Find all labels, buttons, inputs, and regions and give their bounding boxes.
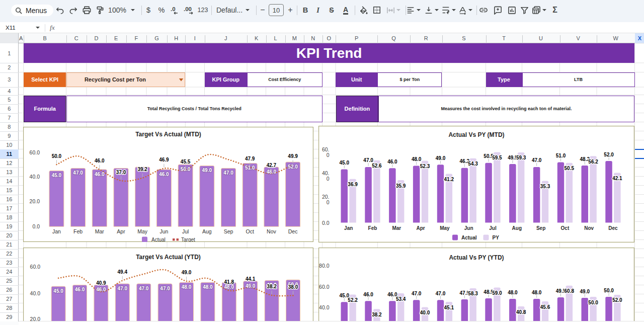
- svg-text:47.0: 47.0: [412, 291, 422, 296]
- svg-text:45.0: 45.0: [52, 173, 62, 178]
- svg-text:0: 0: [327, 176, 330, 182]
- svg-text:48.0: 48.0: [532, 290, 542, 295]
- svg-text:Actual: Actual: [151, 237, 166, 242]
- svg-text:Jan: Jan: [52, 228, 61, 234]
- svg-text:50.5: 50.5: [565, 166, 575, 171]
- svg-text:Apr: Apr: [416, 225, 425, 231]
- svg-text:Feb: Feb: [368, 225, 377, 231]
- svg-text:38.2: 38.2: [372, 312, 382, 317]
- svg-text:52.0: 52.0: [612, 297, 622, 303]
- svg-text:50.0: 50.0: [604, 288, 614, 293]
- svg-text:Actual Vs PY (YTD): Actual Vs PY (YTD): [449, 254, 504, 261]
- svg-text:49.0: 49.0: [182, 270, 192, 275]
- svg-text:46.0: 46.0: [363, 292, 373, 297]
- svg-text:Sep: Sep: [536, 225, 545, 231]
- svg-text:Jan: Jan: [344, 225, 353, 231]
- svg-text:0: 0: [327, 151, 330, 157]
- svg-text:46.0: 46.0: [159, 172, 169, 177]
- svg-text:Feb: Feb: [73, 228, 83, 234]
- svg-text:Dec: Dec: [288, 228, 298, 234]
- svg-text:59.3: 59.3: [516, 155, 526, 160]
- svg-text:52.2: 52.2: [348, 297, 358, 303]
- svg-text:40.0: 40.0: [420, 310, 430, 315]
- svg-text:Oct: Oct: [561, 225, 570, 231]
- svg-text:Jun: Jun: [464, 225, 473, 231]
- svg-text:36.9: 36.9: [348, 182, 358, 187]
- svg-text:41.8: 41.8: [224, 279, 234, 285]
- svg-text:50.0: 50.0: [588, 300, 598, 305]
- svg-text:Actual: Actual: [461, 234, 477, 240]
- svg-text:PY: PY: [493, 234, 500, 240]
- svg-text:59.5: 59.5: [492, 155, 502, 160]
- svg-text:Actual Vs PY (MTD): Actual Vs PY (MTD): [448, 131, 504, 138]
- svg-text:80.0: 80.0: [319, 263, 330, 269]
- svg-text:Apr: Apr: [117, 228, 125, 234]
- svg-text:Dec: Dec: [608, 225, 618, 231]
- svg-text:0.0: 0.0: [322, 219, 330, 225]
- svg-text:44.1: 44.1: [246, 276, 256, 282]
- svg-text:47.0: 47.0: [223, 170, 233, 176]
- svg-text:46.0: 46.0: [75, 287, 85, 292]
- svg-text:47.9: 47.9: [245, 156, 255, 161]
- svg-text:49.0: 49.0: [202, 168, 212, 173]
- svg-text:0.0: 0.0: [32, 223, 40, 229]
- svg-text:47.0: 47.0: [139, 286, 149, 291]
- svg-text:Aug: Aug: [202, 228, 212, 234]
- svg-text:47.0: 47.0: [363, 157, 373, 163]
- svg-text:60.0: 60.0: [319, 284, 330, 290]
- svg-text:60.8: 60.8: [565, 288, 575, 294]
- svg-text:59.0: 59.0: [492, 290, 502, 296]
- svg-text:Oct: Oct: [246, 228, 254, 234]
- svg-text:48.0: 48.0: [508, 290, 518, 295]
- svg-text:42.7: 42.7: [267, 162, 277, 168]
- svg-text:46.0: 46.0: [387, 158, 397, 164]
- svg-text:49.0: 49.0: [580, 289, 590, 294]
- svg-text:52.0: 52.0: [604, 151, 614, 157]
- svg-text:45.0: 45.0: [340, 160, 350, 166]
- svg-text:48.0: 48.0: [182, 284, 192, 290]
- svg-text:40.8: 40.8: [516, 309, 526, 315]
- svg-text:60.0: 60.0: [30, 264, 41, 270]
- svg-text:40.9: 40.9: [96, 280, 106, 286]
- svg-text:45.1: 45.1: [444, 305, 454, 310]
- svg-text:40.0: 40.0: [30, 290, 41, 296]
- svg-text:48.0: 48.0: [203, 284, 213, 290]
- svg-text:39.2: 39.2: [137, 167, 147, 172]
- svg-text:20.0: 20.0: [30, 198, 40, 204]
- svg-text:51.0: 51.0: [556, 153, 566, 158]
- svg-text:Jun: Jun: [159, 228, 168, 234]
- svg-text:52.6: 52.6: [372, 163, 382, 169]
- svg-text:54.3: 54.3: [468, 161, 478, 167]
- svg-text:Target Vs Actual (YTD): Target Vs Actual (YTD): [136, 254, 201, 261]
- svg-text:37.0: 37.0: [116, 170, 126, 175]
- svg-text:Target: Target: [181, 237, 195, 242]
- svg-text:46.0: 46.0: [95, 158, 105, 164]
- svg-text:47.0: 47.0: [532, 157, 542, 163]
- svg-text:46.9: 46.9: [159, 157, 169, 162]
- svg-text:Sep: Sep: [224, 228, 233, 234]
- svg-text:41.2: 41.2: [444, 177, 454, 182]
- svg-text:48.0: 48.0: [412, 156, 422, 162]
- svg-text:35.3: 35.3: [540, 184, 550, 189]
- svg-text:53.4: 53.4: [396, 296, 406, 302]
- svg-text:Target Vs Actual (MTD): Target Vs Actual (MTD): [135, 131, 201, 138]
- svg-text:47.0: 47.0: [118, 286, 128, 291]
- svg-text:60.0: 60.0: [30, 149, 40, 155]
- svg-text:47.0: 47.0: [73, 170, 83, 176]
- svg-text:35.9: 35.9: [396, 183, 406, 188]
- svg-text:42.1: 42.1: [612, 176, 622, 181]
- svg-text:Mar: Mar: [95, 228, 105, 234]
- svg-text:52.3: 52.3: [420, 163, 430, 169]
- svg-text:40.0: 40.0: [319, 304, 330, 310]
- svg-text:Jul: Jul: [489, 225, 497, 231]
- svg-text:20.0: 20.0: [30, 316, 41, 321]
- svg-text:56.2: 56.2: [588, 158, 598, 164]
- svg-text:47.0: 47.0: [160, 286, 170, 291]
- svg-text:49.4: 49.4: [118, 269, 128, 275]
- svg-text:45.6: 45.6: [540, 304, 550, 310]
- svg-text:52.0: 52.0: [288, 164, 298, 170]
- svg-text:0: 0: [327, 199, 330, 205]
- svg-text:58.3: 58.3: [468, 291, 478, 296]
- svg-text:38.2: 38.2: [267, 284, 277, 289]
- svg-text:50.0: 50.0: [52, 153, 62, 159]
